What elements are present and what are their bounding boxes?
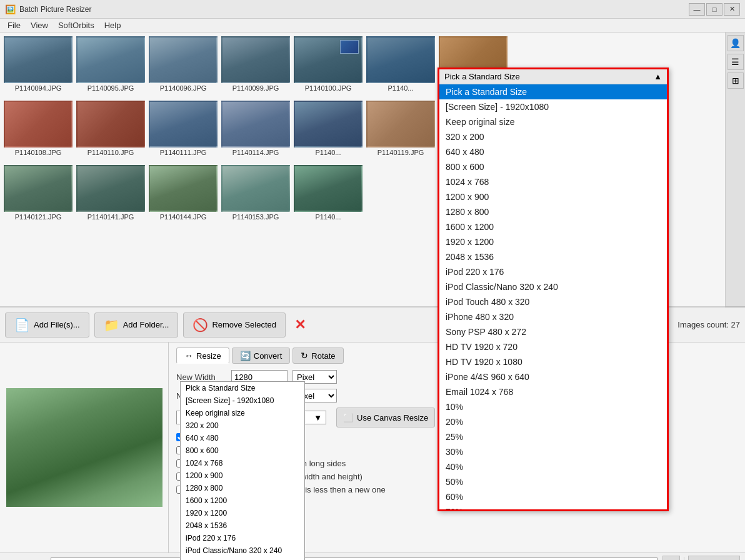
big-standard-size-dropdown: Pick a Standard Size ▲ Pick a Standard S…	[438, 68, 669, 511]
big-dropdown-item[interactable]: HD TV 1920 x 720	[439, 339, 667, 354]
maximize-button[interactable]: □	[706, 3, 722, 16]
small-dropdown-item[interactable]: 640 x 480	[181, 432, 304, 444]
small-dropdown-item[interactable]: [Screen Size] - 1920x1080	[181, 394, 304, 407]
add-files-button[interactable]: 📄 Add File(s)...	[5, 312, 89, 338]
big-dropdown-item[interactable]: 2048 x 1536	[439, 249, 667, 264]
thumbnail-item[interactable]: P1140100.JPG	[294, 36, 362, 92]
menu-softorbits[interactable]: SoftOrbits	[53, 19, 99, 31]
big-dropdown-item[interactable]: Email 1024 x 768	[439, 384, 667, 399]
thumbnail-image	[294, 101, 362, 148]
thumbnail-item[interactable]: P1140110.JPG	[76, 101, 145, 156]
big-dropdown-item[interactable]: Sony PSP 480 x 272	[439, 324, 667, 339]
thumbnail-item[interactable]: P1140...	[366, 36, 435, 92]
options-button[interactable]: ⚙ Options	[688, 556, 740, 561]
thumbnail-label: P1140100.JPG	[305, 84, 352, 92]
tab-rotate[interactable]: ↻ Rotate	[292, 348, 343, 364]
thumbnail-label: P1140...	[388, 84, 414, 92]
big-dropdown-item[interactable]: HD TV 1920 x 1080	[439, 354, 667, 369]
small-dropdown-item[interactable]: iPod 220 x 176	[181, 532, 304, 544]
list-icon-btn[interactable]: ☰	[728, 54, 744, 70]
thumbnail-item[interactable]: P1140096.JPG	[149, 36, 218, 92]
small-dropdown-item[interactable]: Keep original size	[181, 407, 304, 419]
thumbnail-item[interactable]: P1140111.JPG	[149, 101, 218, 156]
thumbnail-item[interactable]: P1140121.JPG	[4, 165, 72, 221]
add-folder-button[interactable]: 📁 Add Folder...	[94, 312, 179, 338]
big-dropdown-item[interactable]: 10%	[439, 399, 667, 414]
big-dropdown-list[interactable]: Pick a Standard Size[Screen Size] - 1920…	[439, 84, 667, 509]
close-button[interactable]: ✕	[724, 3, 740, 16]
destination-input[interactable]	[51, 558, 658, 561]
big-dropdown-item[interactable]: iPod Classic/Nano 320 x 240	[439, 279, 667, 294]
add-files-icon: 📄	[14, 318, 30, 332]
big-dropdown-item[interactable]: [Screen Size] - 1920x1080	[439, 99, 667, 114]
destination-folder-button[interactable]: 📁	[662, 556, 680, 561]
small-dropdown-item[interactable]: 1600 x 1200	[181, 494, 304, 507]
big-dropdown-item[interactable]: 640 x 480	[439, 144, 667, 159]
menu-file[interactable]: File	[2, 19, 26, 31]
thumbnail-label: P1140111.JPG	[160, 149, 207, 156]
menu-view[interactable]: View	[26, 19, 53, 31]
menu-help[interactable]: Help	[99, 19, 126, 31]
thumbnail-item[interactable]: P1140094.JPG	[4, 36, 72, 92]
small-dropdown-item[interactable]: iPod Touch 480 x 320	[181, 557, 304, 560]
tab-convert[interactable]: 🔄 Convert	[232, 348, 291, 364]
destination-bar: Destination 📁 ⚙ Options	[0, 552, 745, 560]
dropdown-scroll-up-icon[interactable]: ▲	[654, 72, 662, 81]
use-canvas-resize-button[interactable]: ⬜ Use Canvas Resize	[336, 408, 435, 428]
big-dropdown-item[interactable]: 1600 x 1200	[439, 219, 667, 234]
small-dropdown-item[interactable]: 1920 x 1200	[181, 507, 304, 519]
thumbnail-label: P1140094.JPG	[15, 84, 62, 92]
remove-selected-button[interactable]: 🚫 Remove Selected	[183, 312, 286, 338]
small-dropdown-item[interactable]: iPod Classic/Nano 320 x 240	[181, 544, 304, 557]
thumbnail-item[interactable]: P1140114.JPG	[221, 101, 290, 156]
grid-icon-btn[interactable]: ⊞	[728, 72, 744, 89]
big-dropdown-item[interactable]: 30%	[439, 444, 667, 459]
thumbnail-image	[76, 36, 145, 83]
big-dropdown-item[interactable]: 320 x 200	[439, 129, 667, 144]
big-dropdown-item[interactable]: 800 x 600	[439, 159, 667, 174]
big-dropdown-item[interactable]: Pick a Standard Size	[439, 84, 667, 99]
big-dropdown-item[interactable]: 70%	[439, 504, 667, 509]
big-dropdown-item[interactable]: iPhone 480 x 320	[439, 309, 667, 324]
thumbnail-item[interactable]: P1140095.JPG	[76, 36, 145, 92]
thumbnail-item[interactable]: P1140141.JPG	[76, 165, 145, 221]
thumbnail-image	[76, 101, 145, 148]
big-dropdown-item[interactable]: 40%	[439, 459, 667, 474]
small-dropdown-item[interactable]: 2048 x 1536	[181, 519, 304, 532]
thumbnail-item[interactable]: P1140...	[294, 165, 362, 221]
thumbnail-item[interactable]: P1140108.JPG	[4, 101, 72, 156]
big-dropdown-item[interactable]: 50%	[439, 474, 667, 489]
small-dropdown-item[interactable]: 1200 x 900	[181, 469, 304, 482]
big-dropdown-item[interactable]: 1920 x 1200	[439, 234, 667, 249]
thumbnail-label: P1140095.JPG	[88, 84, 134, 92]
rotate-tab-icon: ↻	[301, 351, 308, 361]
small-dropdown-item[interactable]: 1280 x 800	[181, 482, 304, 494]
person-icon-btn[interactable]: 👤	[728, 35, 744, 51]
thumbnail-item[interactable]: P1140...	[294, 101, 362, 156]
big-dropdown-item[interactable]: iPod 220 x 176	[439, 264, 667, 279]
thumbnail-label: P1140099.JPG	[232, 84, 279, 92]
minimize-button[interactable]: —	[689, 3, 705, 16]
close-x-icon[interactable]: ✕	[291, 313, 309, 337]
tab-resize[interactable]: ↔ Resize	[176, 348, 229, 364]
big-dropdown-item[interactable]: 1200 x 900	[439, 189, 667, 204]
dropdown-arrow-icon: ▼	[314, 413, 322, 422]
small-dropdown-item[interactable]: 800 x 600	[181, 444, 304, 457]
big-dropdown-item[interactable]: Keep original size	[439, 114, 667, 129]
small-dropdown-item[interactable]: 1024 x 768	[181, 457, 304, 469]
small-dropdown-item[interactable]: Pick a Standard Size	[181, 382, 304, 394]
thumbnail-item[interactable]: P1140119.JPG	[366, 101, 435, 156]
big-dropdown-item[interactable]: iPone 4/4S 960 x 640	[439, 369, 667, 384]
big-dropdown-item[interactable]: 25%	[439, 429, 667, 444]
thumbnail-image	[4, 36, 72, 83]
small-dropdown-item[interactable]: 320 x 200	[181, 419, 304, 432]
thumbnail-item[interactable]: P1140153.JPG	[221, 165, 290, 221]
big-dropdown-item[interactable]: 1024 x 768	[439, 174, 667, 189]
big-dropdown-item[interactable]: 20%	[439, 414, 667, 429]
big-dropdown-item[interactable]: 60%	[439, 489, 667, 504]
big-dropdown-item[interactable]: iPod Touch 480 x 320	[439, 294, 667, 309]
big-dropdown-item[interactable]: 1280 x 800	[439, 204, 667, 219]
thumbnail-label: P1140...	[316, 213, 341, 221]
thumbnail-item[interactable]: P1140099.JPG	[221, 36, 290, 92]
thumbnail-item[interactable]: P1140144.JPG	[149, 165, 218, 221]
